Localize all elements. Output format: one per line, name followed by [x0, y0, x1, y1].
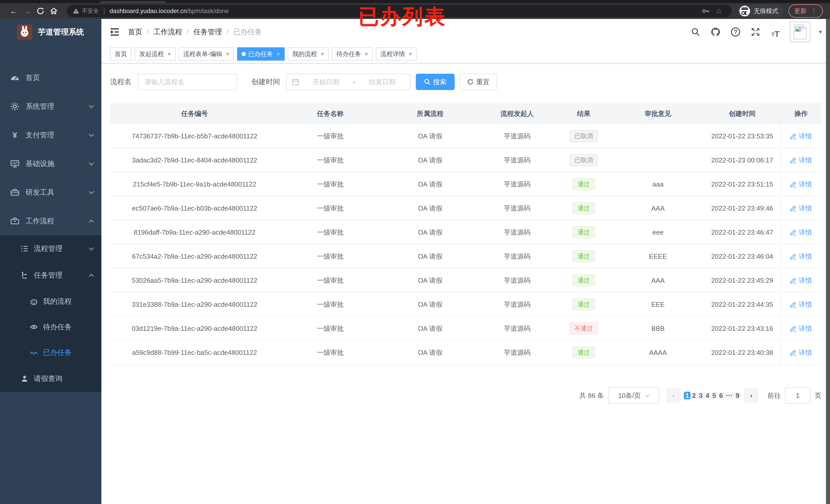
next-page-button[interactable]: ›: [744, 389, 758, 403]
close-tab-icon[interactable]: ×: [409, 51, 412, 58]
detail-link[interactable]: 详情: [790, 180, 812, 189]
tab[interactable]: 流程详情 ×: [376, 47, 417, 61]
active-dot: [242, 52, 246, 56]
tab[interactable]: 待办任务 ×: [332, 47, 373, 61]
detail-link[interactable]: 详情: [790, 156, 812, 165]
sidebar-item-system[interactable]: 系统管理: [0, 92, 101, 121]
created-time: 2022-01-22 23:53:35: [704, 132, 780, 140]
help-icon[interactable]: ?: [730, 26, 741, 38]
close-tab-icon[interactable]: ×: [167, 51, 171, 58]
eye-open-icon: [30, 323, 38, 331]
sidebar-item-done-tasks[interactable]: 已办任务: [0, 340, 101, 365]
font-size-icon[interactable]: TT: [770, 26, 781, 38]
task-name: 一级审批: [279, 204, 381, 213]
detail-link[interactable]: 详情: [790, 252, 812, 261]
search-icon: [424, 78, 430, 85]
page-number-button[interactable]: 5: [711, 392, 717, 399]
detail-link[interactable]: 详情: [790, 132, 812, 141]
sidebar-item-task-mgmt[interactable]: 任务管理: [0, 262, 101, 289]
breadcrumb-task-mgmt[interactable]: 任务管理: [194, 27, 222, 37]
forward-icon[interactable]: →: [21, 4, 34, 18]
page-scrollbar[interactable]: [826, 19, 830, 504]
github-icon[interactable]: [710, 26, 721, 38]
bookmark-star-icon[interactable]: ☆: [712, 4, 726, 18]
password-key-icon[interactable]: [699, 4, 712, 18]
sidebar-item-my-process[interactable]: 我的流程: [0, 289, 101, 314]
search-icon[interactable]: [690, 26, 701, 38]
edit-pencil-icon: [790, 349, 797, 356]
close-tab-icon[interactable]: ×: [226, 51, 229, 58]
page-number-button[interactable]: 4: [704, 392, 711, 399]
edit-pencil-icon: [790, 253, 797, 260]
table-row: 67c534a2-7b9a-11ec-a290-acde48001122 一级审…: [110, 244, 821, 269]
created-time: 2022-01-22 23:49:46: [704, 204, 780, 212]
result-badge: 通过: [572, 274, 595, 287]
page-number-button[interactable]: 6: [717, 392, 724, 399]
refresh-icon[interactable]: [34, 4, 47, 18]
detail-link[interactable]: 详情: [790, 348, 812, 357]
detail-link[interactable]: 详情: [790, 228, 812, 237]
browser-menu-icon[interactable]: ⋮: [810, 7, 817, 15]
goto-page-input[interactable]: [785, 387, 810, 404]
sidebar-item-workflow[interactable]: 工作流程: [0, 207, 101, 235]
search-button[interactable]: 搜索: [416, 74, 455, 90]
reset-button[interactable]: 重置: [459, 74, 497, 90]
detail-link[interactable]: 详情: [790, 276, 812, 285]
created-time: 2022-01-22 23:43:16: [704, 325, 780, 333]
table-row: 3adac3d2-7b9d-11ec-8404-acde48001122 一级审…: [110, 148, 821, 172]
sidebar-item-payment[interactable]: ¥ 支付管理: [0, 121, 101, 149]
home-icon[interactable]: [47, 4, 60, 18]
page-number-button[interactable]: 3: [697, 392, 704, 399]
page-number-button[interactable]: ···: [725, 392, 734, 399]
yen-icon: ¥: [10, 131, 20, 140]
sidebar-item-todo-tasks[interactable]: 待办任务: [0, 314, 101, 340]
page-number-button[interactable]: 9: [734, 392, 741, 399]
sidebar-item-process-mgmt[interactable]: 流程管理: [0, 235, 101, 262]
flow-icon: [21, 271, 29, 279]
briefcase-icon: [10, 216, 20, 226]
collapse-sidebar-icon[interactable]: [109, 27, 120, 37]
back-icon[interactable]: ←: [7, 4, 21, 18]
avatar-caret-icon[interactable]: ▾: [819, 29, 822, 35]
not-secure-warning[interactable]: 不安全: [73, 7, 99, 15]
breadcrumb-home[interactable]: 首页: [128, 27, 142, 37]
breadcrumb-workflow[interactable]: 工作流程: [154, 27, 182, 37]
tab[interactable]: 已办任务 ×: [237, 47, 285, 61]
date-range-input[interactable]: 开始日期 - 结束日期: [286, 74, 411, 90]
prev-page-button[interactable]: ‹: [666, 389, 681, 403]
close-tab-icon[interactable]: ×: [321, 51, 324, 58]
tab[interactable]: 首页: [110, 47, 132, 61]
tab[interactable]: 发起流程 ×: [135, 47, 175, 61]
process-starter: 芋道源码: [479, 252, 555, 261]
result-badge: 通过: [572, 250, 595, 263]
process-name-input[interactable]: [138, 74, 237, 90]
tab[interactable]: 我的流程 ×: [288, 47, 329, 61]
sidebar-item-infra[interactable]: 基础设施: [0, 149, 101, 178]
avatar[interactable]: [790, 22, 810, 42]
approve-opinion: aaa: [612, 180, 704, 188]
sidebar-item-leave-query[interactable]: 请假查询: [0, 365, 101, 392]
fullscreen-icon[interactable]: [750, 26, 761, 38]
detail-link[interactable]: 详情: [790, 300, 812, 309]
table-row: 8196daff-7b9a-11ec-a290-acde48001122 一级审…: [110, 221, 821, 244]
sidebar-item-home[interactable]: 首页: [0, 63, 101, 92]
update-button[interactable]: 更新 ⋮: [789, 4, 823, 18]
close-tab-icon[interactable]: ×: [277, 51, 280, 58]
close-tab-icon[interactable]: ×: [364, 51, 368, 58]
process-name-label: 流程名: [110, 77, 132, 87]
url-host: dashboard.yudao.iocoder.cn: [109, 7, 187, 14]
chevron-up-icon: [89, 274, 94, 279]
browser-tab-strip: [0, 0, 830, 3]
page-number-button[interactable]: 1: [684, 392, 691, 399]
detail-link[interactable]: 详情: [790, 324, 812, 333]
page-number-button[interactable]: 2: [691, 392, 697, 399]
tab[interactable]: 流程表单-编辑 ×: [179, 47, 234, 61]
detail-link[interactable]: 详情: [790, 204, 812, 213]
browser-active-tab[interactable]: [100, 1, 166, 3]
page-size-select[interactable]: 10条/页: [608, 387, 659, 404]
app-logo[interactable]: 芋道管理系统: [0, 19, 101, 45]
sidebar-item-devtools[interactable]: 研发工具: [0, 178, 101, 207]
url-path: /bpm/task/done: [187, 7, 229, 14]
toolbox-icon: [10, 188, 20, 197]
created-time: 2022-01-22 23:44:35: [704, 301, 780, 308]
